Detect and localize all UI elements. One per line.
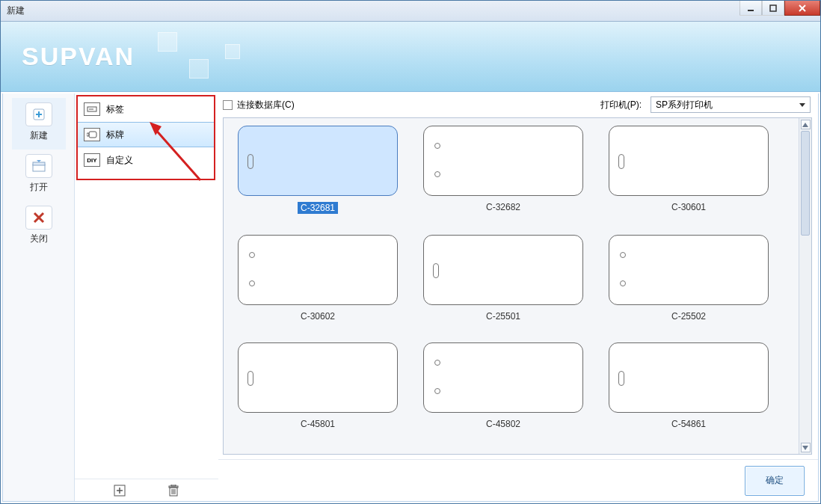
svg-rect-8 bbox=[33, 162, 45, 165]
template-grid: C-32681C-32682C-30601C-30602C-25501C-255… bbox=[231, 126, 791, 429]
template-label: C-25501 bbox=[486, 311, 520, 322]
banner-decoration bbox=[225, 44, 240, 59]
leftbar-new-button[interactable]: 新建 bbox=[12, 98, 66, 150]
svg-marker-28 bbox=[802, 446, 808, 450]
template-item[interactable]: C-54861 bbox=[602, 342, 775, 429]
template-label: C-32681 bbox=[298, 202, 338, 214]
template-card[interactable] bbox=[609, 342, 769, 413]
category-label-text: 标签 bbox=[106, 103, 124, 116]
new-icon bbox=[25, 102, 52, 126]
template-item[interactable]: C-45802 bbox=[416, 342, 590, 429]
leftbar-new-label: 新建 bbox=[30, 129, 48, 142]
footer: 确定 bbox=[218, 459, 818, 501]
category-plate[interactable]: 标牌 bbox=[78, 122, 214, 147]
template-label: C-45801 bbox=[301, 419, 335, 429]
svg-rect-26 bbox=[171, 485, 176, 486]
printer-select-value: SP系列打印机 bbox=[656, 99, 713, 111]
leftbar-close-button[interactable]: 关闭 bbox=[12, 201, 66, 253]
template-item[interactable]: C-45801 bbox=[231, 342, 405, 429]
add-template-button[interactable] bbox=[113, 484, 126, 497]
main-column: 标签 标牌 自定义 bbox=[75, 93, 818, 501]
slot-icon bbox=[618, 154, 624, 169]
hole-icon bbox=[249, 252, 255, 258]
connect-db-label: 连接数据库(C) bbox=[237, 99, 295, 111]
template-card[interactable] bbox=[423, 126, 583, 196]
template-card[interactable] bbox=[423, 342, 583, 413]
vertical-scrollbar[interactable] bbox=[799, 118, 811, 454]
titlebar: 新建 bbox=[1, 1, 820, 22]
diy-icon bbox=[84, 153, 100, 167]
content-row: 标签 标牌 自定义 bbox=[75, 93, 818, 501]
category-spacer bbox=[75, 180, 218, 479]
template-label: C-30601 bbox=[671, 202, 706, 212]
template-label: C-30602 bbox=[301, 311, 335, 322]
printer-label: 打印机(P): bbox=[600, 99, 642, 111]
category-label[interactable]: 标签 bbox=[78, 96, 214, 122]
hole-icon bbox=[249, 280, 255, 286]
ok-button-label: 确定 bbox=[766, 474, 784, 487]
template-item[interactable]: C-30601 bbox=[602, 126, 775, 214]
category-footer bbox=[75, 479, 218, 501]
slot-icon bbox=[247, 154, 253, 169]
category-custom-text: 自定义 bbox=[106, 154, 133, 167]
plate-icon bbox=[84, 128, 100, 141]
template-card[interactable] bbox=[609, 126, 769, 196]
template-item[interactable]: C-25502 bbox=[602, 235, 775, 322]
leftbar-open-label: 打开 bbox=[30, 181, 48, 194]
close-icon bbox=[25, 206, 52, 230]
category-plate-text: 标牌 bbox=[106, 129, 124, 141]
template-item[interactable]: C-30602 bbox=[231, 235, 405, 322]
template-card[interactable] bbox=[609, 235, 769, 305]
template-label: C-45802 bbox=[486, 419, 520, 429]
printer-select[interactable]: SP系列打印机 bbox=[651, 96, 811, 113]
top-controls: 连接数据库(C) 打印机(P): SP系列打印机 bbox=[218, 93, 818, 113]
close-button[interactable] bbox=[784, 1, 820, 16]
slot-icon bbox=[618, 371, 624, 386]
template-item[interactable]: C-25501 bbox=[416, 235, 590, 322]
maximize-button[interactable] bbox=[762, 1, 784, 16]
hole-icon bbox=[620, 252, 626, 258]
hole-icon bbox=[434, 388, 440, 394]
left-toolbar: 新建 打开 关闭 bbox=[3, 93, 75, 501]
ok-button[interactable]: 确定 bbox=[745, 466, 805, 496]
scroll-track[interactable] bbox=[799, 129, 811, 443]
template-item[interactable]: C-32681 bbox=[231, 126, 405, 214]
hole-icon bbox=[434, 171, 440, 177]
template-area: 连接数据库(C) 打印机(P): SP系列打印机 C-32681C-32682C… bbox=[218, 93, 818, 501]
category-column: 标签 标牌 自定义 bbox=[75, 93, 218, 501]
scroll-down-icon[interactable] bbox=[801, 443, 811, 452]
leftbar-open-button[interactable]: 打开 bbox=[12, 150, 66, 201]
body: 新建 打开 关闭 bbox=[2, 93, 819, 502]
label-icon bbox=[84, 102, 100, 116]
hole-icon bbox=[620, 280, 626, 286]
svg-rect-1 bbox=[770, 5, 776, 11]
connect-db-checkbox[interactable] bbox=[223, 100, 233, 110]
category-custom[interactable]: 自定义 bbox=[78, 147, 214, 173]
template-card[interactable] bbox=[423, 235, 583, 305]
template-card[interactable] bbox=[238, 342, 398, 413]
svg-rect-14 bbox=[89, 132, 96, 138]
hole-icon bbox=[434, 143, 440, 149]
hole-icon bbox=[434, 360, 440, 366]
template-card[interactable] bbox=[238, 235, 398, 305]
leftbar-close-label: 关闭 bbox=[30, 233, 48, 245]
delete-template-button[interactable] bbox=[167, 484, 180, 497]
template-card[interactable] bbox=[238, 126, 398, 196]
window: 新建 SUPVAN 新建 bbox=[0, 0, 821, 504]
category-panel: 标签 标牌 自定义 bbox=[76, 95, 215, 180]
open-icon bbox=[25, 154, 52, 178]
banner-decoration bbox=[189, 59, 209, 79]
banner: SUPVAN bbox=[1, 22, 820, 92]
window-title: 新建 bbox=[7, 4, 25, 17]
scroll-thumb[interactable] bbox=[801, 131, 810, 236]
chevron-down-icon bbox=[799, 103, 805, 107]
slot-icon bbox=[433, 263, 439, 278]
template-label: C-32682 bbox=[486, 202, 520, 212]
scroll-up-icon[interactable] bbox=[801, 120, 811, 129]
template-item[interactable]: C-32682 bbox=[416, 126, 590, 214]
svg-rect-15 bbox=[87, 133, 89, 136]
template-label: C-25502 bbox=[671, 311, 706, 322]
brand-logo: SUPVAN bbox=[22, 42, 135, 71]
minimize-button[interactable] bbox=[739, 1, 762, 16]
template-grid-scroll[interactable]: C-32681C-32682C-30601C-30602C-25501C-255… bbox=[224, 118, 799, 454]
